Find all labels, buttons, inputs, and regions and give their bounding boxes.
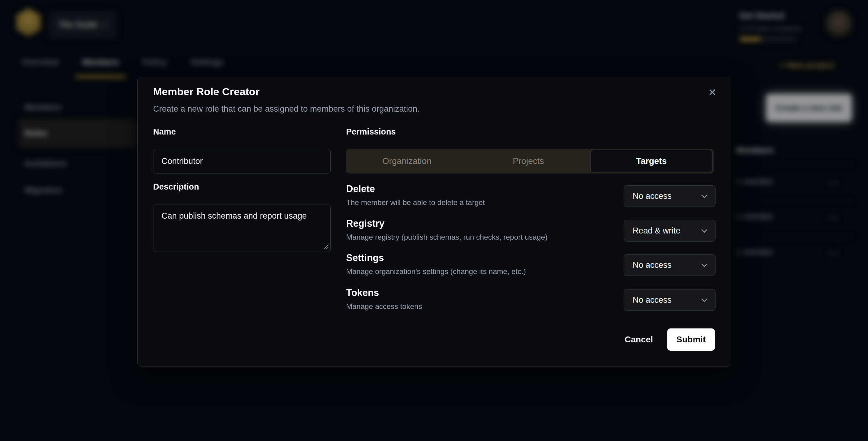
tab-projects[interactable]: Projects <box>468 149 589 174</box>
tab-organization[interactable]: Organization <box>346 149 468 174</box>
tab-targets[interactable]: Targets <box>590 150 712 172</box>
description-textarea[interactable]: Can publish schemas and report usage <box>153 204 331 252</box>
tokens-access-value: No access <box>632 295 702 305</box>
chevron-down-icon <box>701 227 708 233</box>
registry-access-select[interactable]: Read & write <box>624 220 715 242</box>
dialog-subtitle: Create a new role that can be assigned t… <box>153 104 420 114</box>
name-label: Name <box>153 127 176 137</box>
delete-access-value: No access <box>632 191 702 201</box>
dialog-footer: Cancel Submit <box>625 328 715 351</box>
permission-title-settings: Settings <box>346 252 384 263</box>
chevron-down-icon <box>701 296 708 302</box>
permission-desc-delete: The member will be able to delete a targ… <box>346 198 485 207</box>
settings-access-select[interactable]: No access <box>624 254 715 276</box>
cancel-button[interactable]: Cancel <box>625 335 653 345</box>
chevron-down-icon <box>701 261 708 267</box>
delete-access-select[interactable]: No access <box>624 185 715 207</box>
description-label: Description <box>153 182 199 192</box>
tokens-access-select[interactable]: No access <box>624 289 715 311</box>
app-window: The Guild Get Started 3 of 8 tasks compl… <box>0 0 868 441</box>
chevron-down-icon <box>701 192 708 198</box>
permissions-label: Permissions <box>346 127 396 137</box>
resize-handle-icon[interactable] <box>323 243 329 250</box>
name-input[interactable] <box>153 149 331 174</box>
member-role-creator-dialog: ✕ Member Role Creator Create a new role … <box>137 77 731 367</box>
permissions-scope-tabs: Organization Projects Targets <box>346 149 714 174</box>
permission-desc-registry: Manage registry (publish schemas, run ch… <box>346 233 548 242</box>
permission-desc-tokens: Manage access tokens <box>346 302 422 311</box>
description-field-wrap: Can publish schemas and report usage <box>153 204 331 252</box>
settings-access-value: No access <box>632 260 702 270</box>
close-icon[interactable]: ✕ <box>705 85 720 100</box>
permission-title-registry: Registry <box>346 218 384 229</box>
permission-title-tokens: Tokens <box>346 287 379 298</box>
registry-access-value: Read & write <box>632 226 702 235</box>
permission-desc-settings: Manage organization's settings (change i… <box>346 267 526 276</box>
permission-title-delete: Delete <box>346 183 375 194</box>
submit-button[interactable]: Submit <box>667 328 715 351</box>
dialog-title: Member Role Creator <box>153 86 259 98</box>
